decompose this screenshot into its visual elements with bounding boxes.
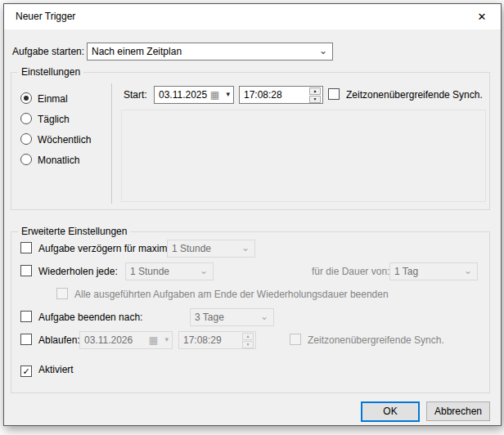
- stop-after-label: Aufgabe beenden nach:: [38, 312, 142, 323]
- radio-row-monatlich: Monatlich: [20, 154, 79, 167]
- stop-after-row: Aufgabe beenden nach:: [20, 308, 142, 326]
- task-start-value: Nach einem Zeitplan: [92, 46, 182, 57]
- dropdown-arrow-icon: ▾: [164, 331, 169, 348]
- ok-button[interactable]: OK: [361, 401, 420, 422]
- repeat-checkbox[interactable]: [20, 265, 32, 276]
- settings-group-title: Einstellungen: [18, 65, 83, 78]
- enabled-label: Aktiviert: [38, 364, 74, 375]
- start-date-value: 03.11.2025: [159, 89, 207, 101]
- expire-row: Ablaufen:: [20, 331, 80, 349]
- start-label: Start:: [124, 86, 147, 104]
- stop-all-row: Alle ausgeführten Aufgaben am Ende der W…: [56, 285, 389, 303]
- close-icon[interactable]: ✕: [463, 4, 501, 29]
- chevron-down-icon: ⌄: [260, 308, 268, 325]
- start-time-spinner[interactable]: 17:08:28 ▲ ▼: [239, 86, 323, 104]
- spin-down-icon: ▼: [242, 341, 254, 348]
- delay-checkbox[interactable]: [20, 242, 32, 253]
- spin-down-icon[interactable]: ▼: [309, 96, 321, 103]
- start-sync-checkbox[interactable]: [328, 88, 340, 100]
- expire-date-picker: 03.11.2026 ▦ ▾: [79, 331, 173, 349]
- dialog-title: Neuer Trigger: [16, 4, 75, 29]
- enabled-checkbox[interactable]: ✓: [20, 365, 32, 377]
- duration-combobox: 1 Tag ⌄: [389, 262, 478, 280]
- enabled-row: ✓Aktiviert: [20, 361, 74, 379]
- chevron-down-icon: ⌄: [241, 240, 250, 256]
- calendar-icon: ▦: [149, 332, 158, 348]
- delay-row: Aufgabe verzögern für maximal:: [20, 240, 178, 258]
- spin-up-icon[interactable]: ▲: [309, 87, 321, 95]
- expire-sync-row: Zeitzonenübergreifende Synch.: [290, 331, 444, 349]
- expire-label: Ablaufen:: [38, 334, 80, 346]
- repeat-value: 1 Stunde: [130, 266, 169, 277]
- task-start-label: Aufgabe starten:: [12, 43, 84, 61]
- spin-up-icon: ▲: [242, 333, 254, 340]
- radio-woechentlich[interactable]: [20, 133, 32, 145]
- radio-woechentlich-label: Wöchentlich: [38, 134, 91, 146]
- start-sync-label: Zeitzonenübergreifende Synch.: [346, 89, 483, 101]
- chevron-down-icon: ⌄: [200, 262, 208, 279]
- radio-taeglich-label: Täglich: [38, 114, 70, 125]
- repeat-row: Wiederholen jede:: [20, 262, 118, 280]
- delay-label: Aufgabe verzögern für maximal:: [38, 243, 178, 254]
- dropdown-arrow-icon[interactable]: ▾: [226, 86, 230, 102]
- duration-value: 1 Tag: [394, 266, 418, 277]
- chevron-down-icon: ⌄: [319, 43, 327, 59]
- radio-monatlich[interactable]: [20, 154, 32, 165]
- expire-time-spinner: 17:08:29 ▲ ▼: [178, 331, 256, 349]
- radio-row-einmal: Einmal: [20, 92, 68, 105]
- radio-einmal[interactable]: [20, 92, 32, 104]
- start-sync-row: Zeitzonenübergreifende Synch.: [328, 86, 483, 104]
- stop-all-label: Alle ausgeführten Aufgaben am Ende der W…: [74, 289, 389, 300]
- stop-after-combobox: 3 Tage ⌄: [190, 308, 274, 326]
- delay-value: 1 Stunde: [172, 243, 211, 254]
- start-date-picker[interactable]: 03.11.2025 ▦ ▾: [154, 86, 234, 104]
- titlebar: Neuer Trigger ✕: [4, 4, 501, 29]
- repeat-label: Wiederholen jede:: [38, 266, 118, 277]
- task-start-combobox[interactable]: Nach einem Zeitplan ⌄: [87, 43, 333, 61]
- radio-row-taeglich: Täglich: [20, 113, 70, 126]
- start-time-value: 17:08:28: [244, 89, 282, 101]
- expire-checkbox[interactable]: [20, 334, 32, 345]
- stop-all-checkbox: [56, 288, 68, 299]
- expire-date-value: 03.11.2026: [84, 334, 133, 346]
- schedule-detail-panel: [121, 110, 486, 202]
- stop-after-value: 3 Tage: [195, 312, 224, 323]
- calendar-icon: ▦: [210, 87, 219, 103]
- radio-taeglich[interactable]: [20, 113, 32, 124]
- new-trigger-dialog: Neuer Trigger ✕ Aufgabe starten: Nach ei…: [3, 3, 502, 426]
- chevron-down-icon: ⌄: [464, 262, 472, 279]
- time-spin-control: ▲ ▼: [242, 333, 254, 348]
- radio-einmal-label: Einmal: [38, 93, 68, 105]
- expire-sync-checkbox: [290, 334, 301, 345]
- repeat-combobox: 1 Stunde ⌄: [125, 262, 214, 280]
- time-spin-control: ▲ ▼: [309, 87, 321, 102]
- expire-time-value: 17:08:29: [183, 334, 222, 346]
- advanced-group-title: Erweiterte Einstellungen: [18, 225, 130, 238]
- cancel-button[interactable]: Abbrechen: [426, 401, 490, 421]
- settings-divider: [111, 83, 112, 204]
- duration-label: für die Dauer von:: [312, 262, 389, 280]
- radio-row-woechentlich: Wöchentlich: [20, 133, 91, 146]
- radio-monatlich-label: Monatlich: [38, 155, 79, 166]
- expire-sync-label: Zeitzonenübergreifende Synch.: [308, 334, 444, 346]
- delay-combobox: 1 Stunde ⌄: [167, 240, 255, 258]
- stop-after-checkbox[interactable]: [20, 311, 32, 322]
